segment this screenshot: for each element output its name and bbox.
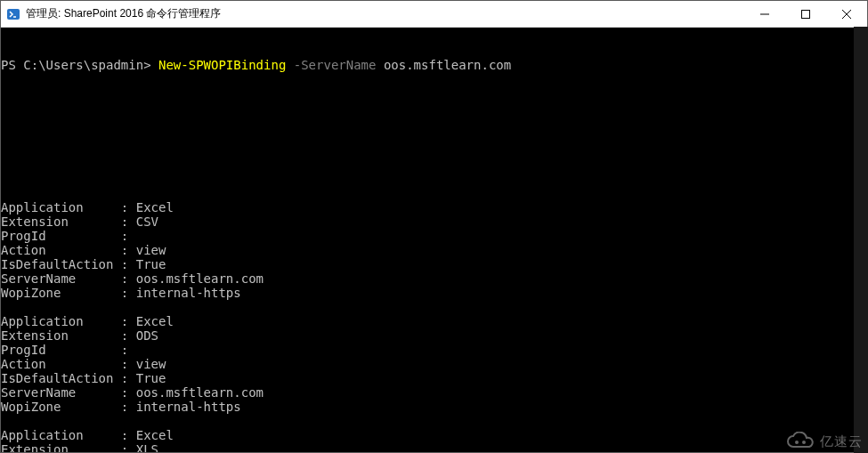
svg-rect-3 xyxy=(802,10,810,18)
output-line: Application : Excel xyxy=(1,428,867,442)
blank-line xyxy=(1,300,867,314)
output-line: Action : view xyxy=(1,357,867,371)
output-line: ProgId : xyxy=(1,343,867,357)
output-line: Extension : CSV xyxy=(1,214,867,229)
output-line: Extension : XLS xyxy=(1,442,867,452)
minimize-button[interactable] xyxy=(744,1,785,27)
app-icon xyxy=(6,7,20,21)
output-line: IsDefaultAction : True xyxy=(1,257,867,271)
output-line: IsDefaultAction : True xyxy=(1,371,867,385)
output-line: Application : Excel xyxy=(1,200,867,214)
output-line: Application : Excel xyxy=(1,314,867,328)
powershell-window: 管理员: SharePoint 2016 命令行管理程序 PS C:\Users… xyxy=(0,0,868,453)
output-line: WopiZone : internal-https xyxy=(1,286,867,300)
window-controls xyxy=(744,1,867,27)
ps-prompt: PS C:\Users\spadmin> xyxy=(1,58,158,72)
blank-line xyxy=(1,143,867,158)
cmdlet-name: New-SPWOPIBinding xyxy=(158,58,286,72)
blank-line xyxy=(1,414,867,428)
vertical-scrollbar[interactable] xyxy=(854,27,868,453)
maximize-button[interactable] xyxy=(785,1,826,27)
param-flag: -ServerName xyxy=(286,58,384,72)
output-line: ProgId : xyxy=(1,229,867,243)
param-value: oos.msftlearn.com xyxy=(384,58,511,72)
output-line: ServerName : oos.msftlearn.com xyxy=(1,385,867,400)
output-line: WopiZone : internal-https xyxy=(1,400,867,414)
output-line: Extension : ODS xyxy=(1,328,867,343)
output-line: Action : view xyxy=(1,243,867,257)
window-title: 管理员: SharePoint 2016 命令行管理程序 xyxy=(26,6,744,21)
titlebar[interactable]: 管理员: SharePoint 2016 命令行管理程序 xyxy=(1,1,867,28)
close-button[interactable] xyxy=(826,1,867,27)
output-line: ServerName : oos.msftlearn.com xyxy=(1,271,867,286)
command-line: PS C:\Users\spadmin> New-SPWOPIBinding -… xyxy=(1,58,867,72)
blank-line xyxy=(1,101,867,115)
terminal-output[interactable]: PS C:\Users\spadmin> New-SPWOPIBinding -… xyxy=(1,28,867,452)
